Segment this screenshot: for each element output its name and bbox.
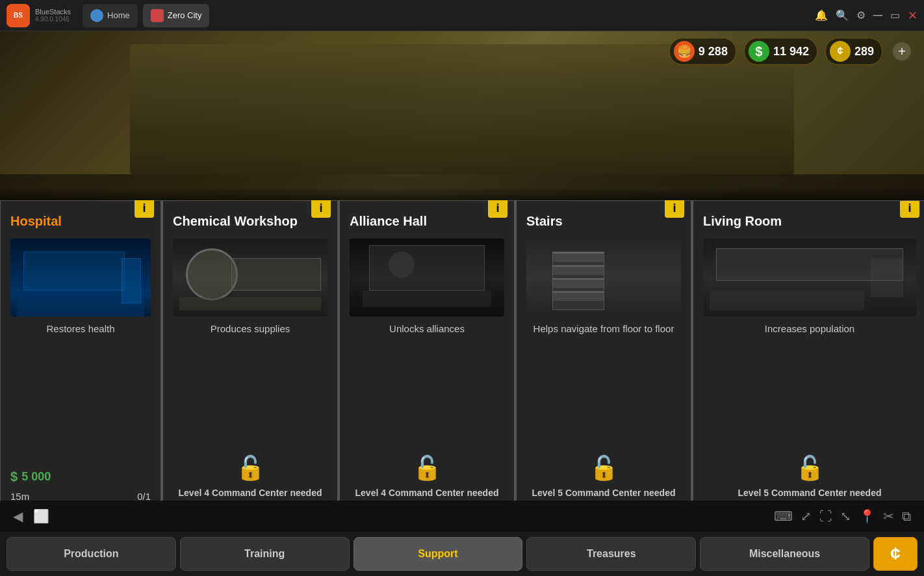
card-alliance-hall[interactable]: i Alliance Hall Unlocks alliances 🔓 Leve… (339, 200, 515, 512)
keyboard-icon[interactable]: ⌨ (774, 508, 793, 524)
stairs-description: Helps navigate from floor to floor (526, 323, 681, 445)
food-resource: 🍔 9 288 (669, 38, 736, 65)
fullscreen-icon[interactable]: ⛶ (819, 509, 832, 524)
restore-icon[interactable]: ▭ (890, 9, 900, 21)
tab-production[interactable]: Production (6, 537, 176, 571)
living-lock: 🔓 Level 5 Command Center needed (703, 451, 916, 502)
chemical-lock: 🔓 Level 4 Command Center needed (173, 451, 327, 502)
window-controls: 🔔 🔍 ⚙ ─ ▭ ✕ (815, 8, 918, 23)
cash-icon: $ (749, 41, 769, 62)
living-title: Living Room (703, 214, 916, 229)
tab-home-label: Home (107, 10, 130, 20)
alliance-lock: 🔓 Level 4 Command Center needed (350, 451, 504, 502)
title-bar: BS BlueStacks 4.90.0.1046 Home Zero City… (0, 0, 924, 31)
chemical-title: Chemical Workshop (173, 214, 327, 229)
notification-icon[interactable]: 🔔 (815, 9, 828, 21)
expand-icon[interactable]: ⤡ (840, 508, 851, 524)
scissors-icon[interactable]: ✂ (883, 508, 894, 524)
chemical-description: Produces supplies (173, 323, 327, 445)
production-label: Production (64, 548, 118, 560)
food-icon: 🍔 (674, 41, 695, 62)
tab-treasures[interactable]: Treasures (526, 537, 696, 571)
tab-coin[interactable]: ¢ (873, 537, 918, 571)
stairs-lock: 🔓 Level 5 Command Center needed (526, 451, 681, 502)
game-container: 🍔 9 288 $ 11 942 ¢ 289 + i Hospital (0, 31, 924, 576)
treasures-label: Treasures (587, 548, 636, 560)
chemical-lock-icon: 🔓 (236, 454, 265, 482)
stairs-title: Stairs (526, 214, 681, 229)
miscellaneous-label: Miscellaneous (749, 548, 820, 560)
alliance-lock-icon: 🔓 (413, 454, 442, 482)
card-hospital[interactable]: i Hospital Restores health $ 5 000 15m 0… (0, 200, 161, 512)
living-image (703, 239, 916, 317)
living-info-button[interactable]: i (900, 200, 919, 218)
app-version: 4.90.0.1046 (35, 16, 71, 23)
stairs-info-button[interactable]: i (665, 200, 684, 218)
cash-value: 11 942 (773, 45, 809, 59)
support-label: Support (418, 548, 457, 560)
bluestacks-logo: BS (6, 4, 30, 27)
chemical-info-button[interactable]: i (311, 200, 331, 218)
food-value: 9 288 (699, 45, 728, 59)
app-name: BlueStacks (35, 8, 71, 16)
tab-home[interactable]: Home (83, 4, 138, 27)
chemical-lock-text: Level 4 Command Center needed (179, 487, 322, 499)
sys-left-controls: ◀ ⬜ (13, 508, 49, 524)
card-living-room[interactable]: i Living Room Increases population 🔓 Lev… (693, 200, 924, 512)
cards-area: i Hospital Restores health $ 5 000 15m 0… (0, 200, 924, 512)
share-icon[interactable]: ⧉ (902, 509, 911, 524)
dollar-sign: $ (10, 469, 18, 484)
coin-tab-icon: ¢ (890, 543, 901, 564)
stairs-lock-text: Level 5 Command Center needed (532, 487, 676, 499)
alliance-title: Alliance Hall (350, 214, 504, 229)
hospital-image (10, 239, 151, 317)
hospital-description: Restores health (10, 323, 151, 463)
home-sys-icon[interactable]: ⬜ (33, 508, 49, 524)
home-icon (90, 9, 103, 22)
alliance-description: Unlocks alliances (350, 323, 504, 445)
tab-miscellaneous[interactable]: Miscellaneous (700, 537, 869, 571)
tab-zero-city-label: Zero City (168, 10, 202, 20)
stairs-lock-icon: 🔓 (589, 454, 619, 482)
zero-city-icon (151, 9, 164, 22)
resource-bar: 🍔 9 288 $ 11 942 ¢ 289 + (669, 38, 911, 65)
add-resource-button[interactable]: + (893, 42, 911, 60)
location-icon[interactable]: 📍 (859, 508, 875, 524)
alliance-lock-text: Level 4 Command Center needed (355, 487, 499, 499)
training-label: Training (244, 548, 285, 560)
tab-training[interactable]: Training (180, 537, 350, 571)
tab-zero-city[interactable]: Zero City (143, 4, 210, 27)
minimize-icon[interactable]: ─ (873, 8, 882, 23)
sys-right-controls: ⌨ ⤢ ⛶ ⤡ 📍 ✂ ⧉ (774, 508, 911, 524)
search-icon[interactable]: 🔍 (836, 9, 849, 21)
bottom-navigation: Production Training Support Treasures Mi… (0, 532, 924, 576)
system-bar: ◀ ⬜ ⌨ ⤢ ⛶ ⤡ 📍 ✂ ⧉ (0, 501, 924, 532)
card-chemical-workshop[interactable]: i Chemical Workshop Produces supplies 🔓 … (162, 200, 338, 512)
living-lock-text: Level 5 Command Center needed (738, 487, 882, 499)
resize-icon[interactable]: ⤢ (801, 508, 812, 524)
coin-icon: ¢ (830, 41, 851, 62)
coin-value: 289 (854, 45, 874, 59)
tab-support[interactable]: Support (353, 537, 523, 571)
hospital-title: Hospital (10, 214, 151, 229)
living-lock-icon: 🔓 (795, 454, 825, 482)
back-icon[interactable]: ◀ (13, 508, 23, 524)
card-stairs[interactable]: i Stairs Helps navigate from floor to fl… (516, 200, 691, 512)
hospital-info-button[interactable]: i (135, 200, 154, 218)
living-description: Increases population (703, 323, 916, 445)
stairs-image (526, 239, 681, 317)
cash-resource: $ 11 942 (744, 38, 817, 65)
settings-icon[interactable]: ⚙ (856, 9, 866, 21)
chemical-image (173, 239, 327, 317)
coin-resource: ¢ 289 (825, 38, 882, 65)
close-icon[interactable]: ✕ (908, 8, 918, 23)
hospital-cost-value: 5 000 (21, 470, 51, 484)
hospital-cost: $ 5 000 (10, 469, 151, 484)
alliance-info-button[interactable]: i (488, 200, 507, 218)
alliance-image (350, 239, 504, 317)
